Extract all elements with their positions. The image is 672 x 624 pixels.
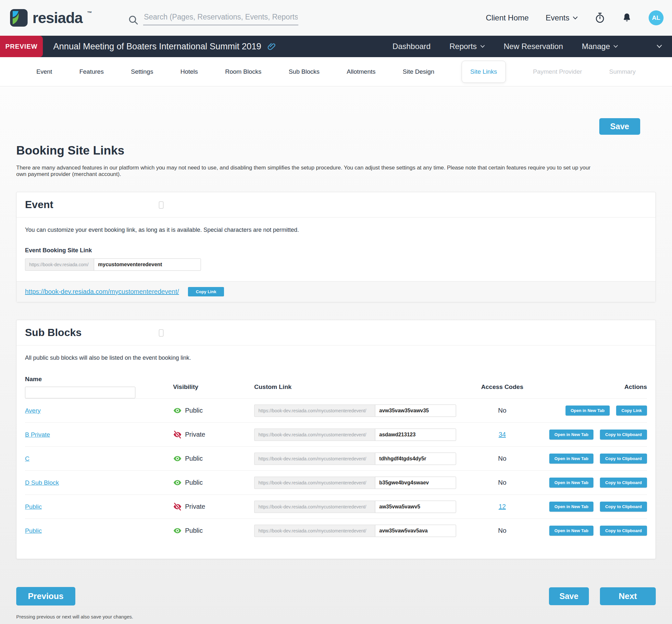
event-title: Annual Meeting of Boaters International … (53, 42, 261, 52)
visibility-label: Public (185, 527, 203, 535)
custom-link-input[interactable] (375, 476, 456, 489)
action-open-in-new-tab[interactable]: Open in New Tab (549, 502, 594, 512)
notifications-bell-icon[interactable] (622, 12, 632, 23)
access-codes-value: No (498, 455, 507, 462)
action-open-in-new-tab[interactable]: Open in New Tab (549, 526, 594, 536)
event-card-description: You can customize your event booking lin… (25, 227, 647, 233)
custom-link-cell: https://book-dev.resiada.com/mycustoment… (254, 501, 465, 513)
action-copy-to-clipboard[interactable]: Copy to Clipboard (600, 526, 647, 536)
column-name: Name (25, 375, 173, 398)
client-home-link[interactable]: Client Home (486, 13, 529, 22)
previous-button[interactable]: Previous (16, 587, 75, 605)
event-card-footer: https://book-dev.resiada.com/mycustoment… (17, 281, 655, 302)
nav-new-reservation[interactable]: New Reservation (504, 42, 563, 51)
chevron-down-icon (573, 16, 578, 20)
sub-block-name-link[interactable]: B Private (25, 431, 50, 438)
custom-link-cell: https://book-dev.resiada.com/mycustoment… (254, 476, 465, 489)
save-row: Save (16, 86, 640, 135)
events-menu[interactable]: Events (546, 13, 578, 22)
copy-link-button[interactable]: Copy Link (188, 287, 224, 296)
action-copy-to-clipboard[interactable]: Copy to Clipboard (600, 453, 647, 464)
custom-link-input[interactable] (375, 501, 456, 513)
visibility-label: Private (185, 503, 205, 510)
event-link-input-group: https://book-dev.resiada.com/ (25, 258, 647, 271)
access-codes-link[interactable]: 12 (499, 503, 506, 510)
sub-block-name-link[interactable]: C (25, 455, 29, 462)
mobile-icon (159, 329, 164, 337)
tab-site-design[interactable]: Site Design (403, 68, 434, 75)
event-booking-link[interactable]: https://book-dev.resiada.com/mycustoment… (25, 288, 179, 295)
tab-summary: Summary (609, 68, 636, 75)
save-button-top[interactable]: Save (599, 118, 640, 135)
actions-cell: Open in New TabCopy to Clipboard (540, 430, 647, 440)
action-copy-to-clipboard[interactable]: Copy to Clipboard (600, 430, 647, 440)
sub-block-name-link[interactable]: Avery (25, 407, 41, 414)
custom-link-input[interactable] (375, 525, 456, 537)
logo-wordmark: resiada (32, 9, 82, 27)
footer-note: Pressing previous or next will also save… (16, 614, 656, 620)
event-bar-chevron-down-icon[interactable] (656, 45, 662, 48)
eye-off-icon (173, 430, 182, 439)
main-content: Save Booking Site Links There are many a… (0, 86, 672, 624)
sub-block-name-link[interactable]: Public (25, 527, 42, 534)
action-copy-link[interactable]: Copy Link (616, 406, 647, 416)
action-open-in-new-tab[interactable]: Open in New Tab (566, 406, 610, 416)
next-button[interactable]: Next (600, 587, 656, 605)
sub-block-name-link[interactable]: Public (25, 503, 42, 510)
name-filter-input[interactable] (25, 387, 135, 398)
tab-room-blocks[interactable]: Room Blocks (225, 68, 261, 75)
event-card: Event You can customize your event booki… (16, 192, 656, 302)
tab-site-links[interactable]: Site Links (462, 61, 506, 83)
event-link-icon[interactable] (266, 42, 276, 51)
custom-link-prefix: https://book-dev.resiada.com/mycustoment… (254, 525, 375, 537)
visibility-cell: Public (173, 478, 254, 487)
access-codes-cell: 12 (465, 503, 540, 510)
access-codes-cell: 34 (465, 431, 540, 438)
sub-block-name-link[interactable]: D Sub Block (25, 479, 59, 486)
save-button-bottom[interactable]: Save (549, 587, 589, 605)
visibility-label: Public (185, 479, 203, 486)
column-custom-link: Custom Link (254, 384, 465, 391)
access-codes-cell: No (465, 407, 540, 414)
event-url-prefix: https://book-dev.resiada.com/ (25, 258, 94, 271)
action-copy-to-clipboard[interactable]: Copy to Clipboard (600, 502, 647, 512)
custom-link-input[interactable] (375, 405, 456, 417)
table-row: D Sub Block Public (25, 470, 647, 494)
event-bar: PREVIEW Annual Meeting of Boaters Intern… (0, 36, 672, 57)
tab-hotels[interactable]: Hotels (181, 68, 198, 75)
tab-settings[interactable]: Settings (131, 68, 153, 75)
custom-link-input[interactable] (375, 452, 456, 465)
eye-icon (173, 454, 182, 463)
column-actions: Actions (540, 384, 647, 391)
custom-link-prefix: https://book-dev.resiada.com/mycustoment… (254, 428, 375, 441)
nav-dashboard[interactable]: Dashboard (392, 42, 431, 51)
action-open-in-new-tab[interactable]: Open in New Tab (549, 430, 594, 440)
custom-link-cell: https://book-dev.resiada.com/mycustoment… (254, 405, 465, 417)
resiada-logo-icon (10, 9, 28, 27)
action-open-in-new-tab[interactable]: Open in New Tab (549, 453, 594, 464)
search-input[interactable] (143, 11, 298, 25)
custom-link-cell: https://book-dev.resiada.com/mycustoment… (254, 452, 465, 465)
logo-trademark: ™ (87, 10, 92, 16)
timer-icon[interactable] (595, 12, 605, 23)
resiada-logo[interactable]: resiada ™ (10, 9, 92, 27)
tab-event[interactable]: Event (36, 68, 52, 75)
nav-reports[interactable]: Reports (449, 42, 485, 51)
action-open-in-new-tab[interactable]: Open in New Tab (549, 477, 594, 488)
preview-badge[interactable]: PREVIEW (0, 36, 43, 57)
name-cell: Public (25, 527, 173, 535)
tab-sub-blocks[interactable]: Sub Blocks (289, 68, 319, 75)
custom-link-prefix: https://book-dev.resiada.com/mycustoment… (254, 452, 375, 465)
tab-features[interactable]: Features (79, 68, 104, 75)
tab-allotments[interactable]: Allotments (347, 68, 376, 75)
global-search (128, 11, 298, 25)
table-row: B Private Private (25, 422, 647, 446)
nav-manage[interactable]: Manage (582, 42, 618, 51)
user-avatar[interactable]: AL (649, 10, 664, 25)
events-menu-label: Events (546, 13, 569, 22)
access-codes-link[interactable]: 34 (499, 431, 506, 438)
access-codes-value: No (498, 407, 507, 414)
action-copy-to-clipboard[interactable]: Copy to Clipboard (600, 477, 647, 488)
event-url-input[interactable] (94, 258, 201, 271)
custom-link-input[interactable] (375, 428, 456, 441)
